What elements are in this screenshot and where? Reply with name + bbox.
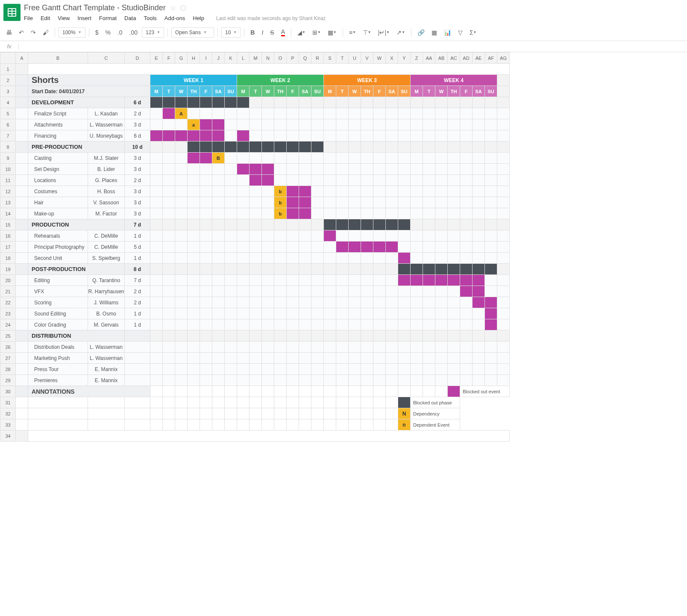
gantt-cell[interactable] [262, 219, 274, 230]
gantt-cell[interactable] [435, 219, 448, 230]
gantt-cell[interactable] [274, 353, 287, 364]
gantt-cell[interactable] [299, 375, 311, 386]
gantt-cell[interactable] [212, 253, 225, 264]
merge-icon[interactable]: ▦▼ [325, 27, 339, 38]
gantt-cell[interactable] [398, 308, 411, 319]
gantt-cell[interactable] [163, 97, 175, 108]
gantt-cell[interactable] [386, 330, 398, 342]
gantt-cell[interactable] [435, 119, 448, 130]
gantt-cell[interactable] [373, 208, 386, 219]
gantt-cell[interactable] [336, 175, 349, 186]
gantt-cell[interactable] [336, 208, 349, 219]
gantt-cell[interactable] [386, 364, 398, 375]
gantt-cell[interactable] [361, 375, 373, 386]
gantt-cell[interactable] [411, 130, 423, 141]
gantt-cell[interactable] [262, 375, 274, 386]
gantt-cell[interactable] [237, 175, 250, 186]
gantt-cell[interactable] [225, 230, 237, 242]
gantt-cell[interactable] [175, 353, 188, 364]
gantt-cell[interactable] [250, 297, 262, 308]
gantt-cell[interactable] [250, 130, 262, 141]
gantt-cell[interactable] [373, 286, 386, 297]
gantt-cell[interactable] [435, 164, 448, 175]
gantt-cell[interactable] [311, 264, 324, 275]
gantt-cell[interactable] [448, 108, 460, 119]
gantt-cell[interactable] [485, 275, 497, 286]
gantt-cell[interactable] [373, 242, 386, 253]
gantt-cell[interactable] [150, 230, 163, 242]
gantt-cell[interactable] [398, 197, 411, 208]
gantt-cell[interactable] [188, 342, 200, 353]
gantt-cell[interactable] [361, 219, 373, 230]
gantt-cell[interactable] [386, 197, 398, 208]
gantt-cell[interactable] [473, 342, 485, 353]
gantt-cell[interactable] [324, 286, 336, 297]
gantt-cell[interactable] [175, 275, 188, 286]
gantt-cell[interactable] [485, 297, 497, 308]
gantt-cell[interactable] [175, 186, 188, 197]
gantt-cell[interactable] [448, 342, 460, 353]
gantt-cell[interactable] [299, 119, 311, 130]
gantt-cell[interactable] [473, 230, 485, 242]
gantt-cell[interactable] [485, 219, 497, 230]
gantt-cell[interactable] [299, 164, 311, 175]
gantt-cell[interactable] [250, 286, 262, 297]
gantt-cell[interactable] [311, 230, 324, 242]
gantt-cell[interactable] [250, 153, 262, 164]
gantt-cell[interactable] [324, 208, 336, 219]
gantt-cell[interactable] [237, 153, 250, 164]
gantt-cell[interactable] [274, 275, 287, 286]
gantt-cell[interactable] [373, 141, 386, 153]
gantt-cell[interactable] [212, 297, 225, 308]
gantt-cell[interactable] [473, 164, 485, 175]
gantt-cell[interactable] [398, 141, 411, 153]
gantt-cell[interactable] [336, 330, 349, 342]
gantt-cell[interactable] [150, 364, 163, 375]
gantt-cell[interactable] [460, 108, 473, 119]
gantt-cell[interactable] [398, 153, 411, 164]
menu-data[interactable]: Data [124, 15, 136, 21]
gantt-cell[interactable] [361, 97, 373, 108]
gantt-cell[interactable] [386, 264, 398, 275]
gantt-cell[interactable] [485, 119, 497, 130]
gantt-cell[interactable] [200, 175, 212, 186]
gantt-cell[interactable] [485, 330, 497, 342]
gantt-cell[interactable] [473, 364, 485, 375]
gantt-cell[interactable] [237, 342, 250, 353]
gantt-cell[interactable] [274, 130, 287, 141]
gantt-cell[interactable] [274, 175, 287, 186]
gantt-cell[interactable] [373, 364, 386, 375]
gantt-cell[interactable] [324, 253, 336, 264]
gantt-cell[interactable] [250, 364, 262, 375]
gantt-cell[interactable] [188, 319, 200, 330]
gantt-cell[interactable] [324, 319, 336, 330]
gantt-cell[interactable] [262, 297, 274, 308]
gantt-cell[interactable] [237, 308, 250, 319]
gantt-cell[interactable] [200, 197, 212, 208]
gantt-cell[interactable] [175, 153, 188, 164]
gantt-cell[interactable] [163, 175, 175, 186]
gantt-cell[interactable] [250, 219, 262, 230]
bold-icon[interactable]: B [248, 27, 257, 38]
gantt-cell[interactable] [473, 208, 485, 219]
gantt-cell[interactable] [175, 297, 188, 308]
gantt-cell[interactable] [398, 119, 411, 130]
gantt-cell[interactable] [423, 230, 435, 242]
gantt-cell[interactable] [324, 197, 336, 208]
gantt-cell[interactable] [287, 153, 299, 164]
gantt-cell[interactable] [485, 319, 497, 330]
gantt-cell[interactable] [299, 342, 311, 353]
gantt-cell[interactable] [423, 108, 435, 119]
gantt-cell[interactable] [250, 319, 262, 330]
gantt-cell[interactable] [473, 319, 485, 330]
gantt-cell[interactable] [225, 197, 237, 208]
gantt-cell[interactable] [262, 130, 274, 141]
percent-icon[interactable]: % [103, 27, 113, 38]
gantt-cell[interactable] [423, 186, 435, 197]
gantt-cell[interactable] [448, 242, 460, 253]
gantt-cell[interactable] [349, 342, 361, 353]
gantt-cell[interactable] [150, 242, 163, 253]
gantt-cell[interactable] [299, 186, 311, 197]
gantt-cell[interactable] [237, 286, 250, 297]
gantt-cell[interactable] [386, 230, 398, 242]
